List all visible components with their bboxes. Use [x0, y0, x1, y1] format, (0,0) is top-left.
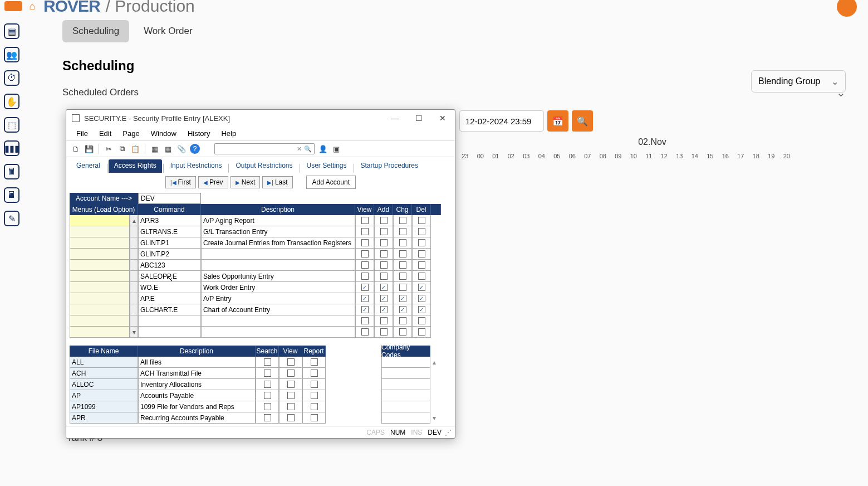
cut-icon[interactable]: ✂	[104, 144, 114, 154]
table-row[interactable]: GLTRANS.EG/L Transaction Entry	[70, 226, 452, 237]
col-command[interactable]: Command	[138, 204, 201, 215]
checkbox[interactable]	[399, 250, 406, 257]
checkbox[interactable]	[418, 273, 425, 280]
checkbox[interactable]	[380, 217, 388, 224]
checkbox[interactable]	[418, 228, 425, 235]
fcol-filename[interactable]: File Name	[70, 346, 138, 357]
tab-work-order[interactable]: Work Order	[134, 20, 203, 42]
checkbox[interactable]	[264, 358, 271, 366]
checkbox[interactable]: ✓	[418, 306, 425, 313]
nav-people-icon[interactable]: 👥	[4, 47, 19, 62]
table-row[interactable]	[70, 315, 452, 327]
checkbox[interactable]	[264, 381, 271, 388]
resize-grip-icon[interactable]: ⋰	[445, 429, 452, 436]
checkbox[interactable]	[264, 414, 271, 421]
table-row[interactable]: SALEOPP.ESales Opportunity Entry	[70, 271, 452, 282]
checkbox[interactable]	[399, 328, 406, 336]
save-icon[interactable]: 💾	[84, 144, 94, 154]
scroll-down-icon[interactable]: ▾	[430, 412, 438, 424]
fcol-search[interactable]: Search	[256, 346, 279, 357]
checkbox[interactable]	[380, 328, 388, 336]
checkbox[interactable]	[361, 317, 369, 324]
col-description[interactable]: Description	[201, 204, 355, 215]
checkbox[interactable]	[264, 392, 271, 399]
checkbox[interactable]	[311, 392, 318, 399]
menu-edit[interactable]: Edit	[95, 128, 116, 139]
checkbox[interactable]	[380, 273, 388, 280]
checkbox[interactable]	[380, 239, 388, 246]
home-icon[interactable]: ⌂	[26, 1, 39, 11]
checkbox[interactable]	[361, 228, 369, 235]
subtab-startup-procedures[interactable]: Startup Procedures	[355, 159, 424, 173]
checkbox[interactable]	[399, 228, 406, 235]
checkbox[interactable]: ✓	[361, 306, 369, 313]
table-row[interactable]: GLINT.P1Create Journal Entries from Tran…	[70, 237, 452, 249]
checkbox[interactable]	[311, 358, 318, 366]
checkbox[interactable]	[418, 328, 425, 336]
clear-icon[interactable]: ✕	[297, 145, 302, 153]
paste-icon[interactable]: 📋	[130, 144, 140, 154]
checkbox[interactable]	[361, 250, 369, 257]
grid-icon[interactable]: ▦	[150, 144, 160, 154]
table-row[interactable]: APAccounts Payable	[70, 390, 452, 401]
checkbox[interactable]	[399, 239, 406, 246]
date-input[interactable]	[459, 110, 544, 132]
table-row[interactable]: ALLAll files▴	[70, 357, 452, 368]
search-go-icon[interactable]: 🔍	[304, 145, 312, 153]
checkbox[interactable]	[264, 403, 271, 410]
checkbox[interactable]: ✓	[380, 306, 388, 313]
checkbox[interactable]	[311, 370, 318, 377]
checkbox[interactable]	[361, 328, 369, 336]
prev-button[interactable]: ◀Prev	[198, 176, 228, 188]
scroll-up-icon[interactable]: ▴	[430, 357, 438, 368]
checkbox[interactable]	[399, 317, 406, 324]
checkbox[interactable]	[380, 261, 388, 269]
table-row[interactable]: WO.EWork Order Entry✓✓✓	[70, 282, 452, 293]
col-menus[interactable]: Menus (Load Option)	[70, 204, 138, 215]
checkbox[interactable]	[361, 239, 369, 246]
subtab-output-restrictions[interactable]: Output Restrictions	[230, 159, 298, 173]
col-add[interactable]: Add	[374, 204, 393, 215]
maximize-button[interactable]: ☐	[412, 113, 426, 124]
close-button[interactable]: ✕	[436, 113, 449, 124]
checkbox[interactable]	[264, 370, 271, 377]
grid-x-icon[interactable]: ▦	[163, 144, 173, 154]
nav-barcode-icon[interactable]: ▮▮▮	[4, 140, 19, 156]
checkbox[interactable]	[418, 317, 425, 324]
checkbox[interactable]: ✓	[361, 295, 369, 302]
next-button[interactable]: ▶Next	[231, 176, 261, 188]
checkbox[interactable]	[361, 273, 369, 280]
checkbox[interactable]	[287, 403, 295, 410]
nav-box-icon[interactable]: ⬚	[4, 117, 19, 133]
table-row[interactable]: ACHACH Transmittal File	[70, 368, 452, 379]
checkbox[interactable]	[311, 381, 318, 388]
menu-history[interactable]: History	[183, 128, 214, 139]
menu-file[interactable]: File	[72, 128, 92, 139]
fcol-report[interactable]: Report	[302, 346, 326, 357]
checkbox[interactable]: ✓	[418, 284, 425, 291]
checkbox[interactable]	[311, 403, 318, 410]
table-row[interactable]: ▴AP.R3A/P Aging Report	[70, 215, 452, 226]
calendar-button[interactable]: 📅	[547, 110, 568, 132]
nav-hand-coin-icon[interactable]: ✋	[4, 94, 19, 109]
tab-scheduling[interactable]: Scheduling	[62, 20, 129, 42]
fcol-company[interactable]: Company Codes	[381, 346, 430, 357]
checkbox[interactable]	[399, 261, 406, 269]
subtab-access-rights[interactable]: Access Rights	[109, 159, 162, 173]
last-button[interactable]: ▶|Last	[262, 176, 292, 188]
table-row[interactable]: AP10991099 File for Vendors and Reps	[70, 401, 452, 412]
table-row[interactable]: ABC123	[70, 260, 452, 271]
checkbox[interactable]	[380, 250, 388, 257]
copy-icon[interactable]: ⧉	[117, 144, 127, 154]
account-input[interactable]	[138, 193, 201, 204]
table-row[interactable]: AP.EA/P Entry✓✓✓✓	[70, 293, 452, 304]
checkbox[interactable]	[380, 317, 388, 324]
checkbox[interactable]	[287, 381, 295, 388]
checkbox[interactable]	[287, 358, 295, 366]
checkbox[interactable]	[287, 370, 295, 377]
fcol-view[interactable]: View	[279, 346, 302, 357]
minimize-button[interactable]: —	[388, 113, 402, 124]
checkbox[interactable]	[311, 414, 318, 421]
search-button[interactable]: 🔍	[572, 110, 593, 132]
nav-database-icon[interactable]: ▤	[4, 23, 19, 39]
